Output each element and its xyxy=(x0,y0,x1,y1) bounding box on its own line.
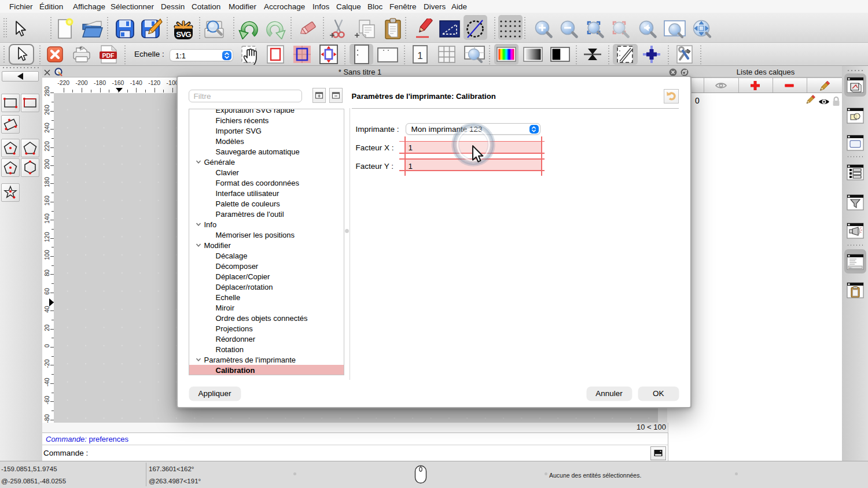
svg-text:c:: c: xyxy=(849,267,852,269)
svg-text:SVG: SVG xyxy=(176,30,191,39)
svg-text:1: 1 xyxy=(417,50,422,61)
svg-text:PDF: PDF xyxy=(102,52,115,59)
